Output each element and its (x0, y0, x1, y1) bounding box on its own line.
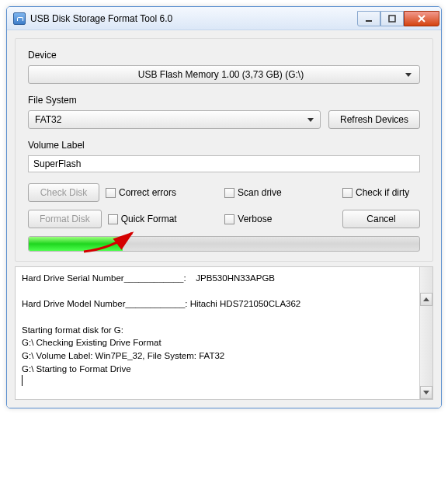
volume-label-input[interactable] (28, 155, 420, 172)
checkbox-icon (224, 214, 234, 224)
titlebar[interactable]: USB Disk Storage Format Tool 6.0 (7, 7, 441, 30)
device-section: Device USB Flash Memory 1.00 (3,73 GB) (… (28, 50, 420, 84)
check-disk-label: Check Disk (40, 187, 88, 198)
maximize-button[interactable] (380, 11, 404, 26)
filesystem-selected-text: FAT32 (35, 114, 61, 125)
filesystem-dropdown[interactable]: FAT32 (28, 110, 321, 129)
refresh-devices-button[interactable]: Refresh Devices (328, 110, 420, 129)
format-disk-label: Format Disk (40, 214, 90, 224)
client-area: Device USB Flash Memory 1.00 (3,73 GB) (… (7, 30, 441, 408)
minimize-button[interactable] (357, 11, 380, 26)
scan-drive-checkbox[interactable]: Scan drive (224, 187, 294, 198)
svg-rect-1 (389, 16, 395, 22)
filesystem-section: File System FAT32 Refresh Devices (28, 95, 420, 129)
vertical-scrollbar[interactable] (419, 267, 432, 399)
svg-rect-0 (366, 20, 372, 22)
app-window: USB Disk Storage Format Tool 6.0 Device … (6, 6, 442, 408)
text-caret (22, 375, 23, 386)
log-output[interactable]: Hard Drive Serial Number____________: JP… (15, 266, 433, 400)
log-text: Hard Drive Serial Number____________: JP… (22, 273, 300, 374)
progress-bar (28, 236, 420, 252)
quick-format-label: Quick Format (121, 214, 177, 224)
app-icon (13, 12, 26, 25)
maximize-icon (388, 15, 396, 23)
checkbox-icon (224, 188, 234, 198)
checkbox-icon (342, 188, 352, 198)
refresh-devices-label: Refresh Devices (340, 114, 408, 125)
device-dropdown[interactable]: USB Flash Memory 1.00 (3,73 GB) (G:\) (28, 65, 420, 84)
check-disk-row: Check Disk Correct errors Scan drive Che… (28, 183, 420, 202)
chevron-down-icon (423, 391, 429, 394)
progress-fill (29, 237, 123, 251)
verbose-label: Verbose (238, 214, 272, 224)
check-if-dirty-label: Check if dirty (356, 187, 409, 198)
device-label: Device (28, 50, 420, 61)
format-disk-row: Format Disk Quick Format Verbose Cancel (28, 210, 420, 228)
minimize-icon (365, 15, 373, 23)
volume-label-text: Volume Label (28, 140, 420, 151)
scroll-up-button[interactable] (420, 293, 432, 306)
scroll-down-button[interactable] (420, 386, 432, 399)
check-if-dirty-checkbox[interactable]: Check if dirty (342, 187, 420, 198)
close-button[interactable] (404, 11, 439, 26)
correct-errors-label: Correct errors (119, 187, 176, 198)
window-buttons (357, 11, 439, 26)
checkbox-icon (108, 214, 118, 224)
scan-drive-label: Scan drive (238, 187, 282, 198)
correct-errors-checkbox[interactable]: Correct errors (106, 187, 176, 198)
checkbox-icon (106, 188, 116, 198)
filesystem-label: File System (28, 95, 420, 106)
quick-format-checkbox[interactable]: Quick Format (108, 214, 177, 224)
window-title: USB Disk Storage Format Tool 6.0 (30, 13, 357, 24)
check-disk-button: Check Disk (28, 183, 99, 202)
device-selected-text: USB Flash Memory 1.00 (3,73 GB) (G:\) (138, 69, 304, 80)
chevron-down-icon (405, 73, 412, 77)
close-icon (417, 14, 426, 23)
cancel-button[interactable]: Cancel (342, 210, 420, 228)
main-panel: Device USB Flash Memory 1.00 (3,73 GB) (… (15, 38, 433, 262)
cancel-label: Cancel (366, 214, 395, 224)
chevron-up-icon (423, 297, 429, 301)
format-disk-button: Format Disk (28, 210, 102, 228)
volume-section: Volume Label (28, 140, 420, 172)
chevron-down-icon (307, 118, 314, 122)
verbose-checkbox[interactable]: Verbose (224, 214, 294, 224)
